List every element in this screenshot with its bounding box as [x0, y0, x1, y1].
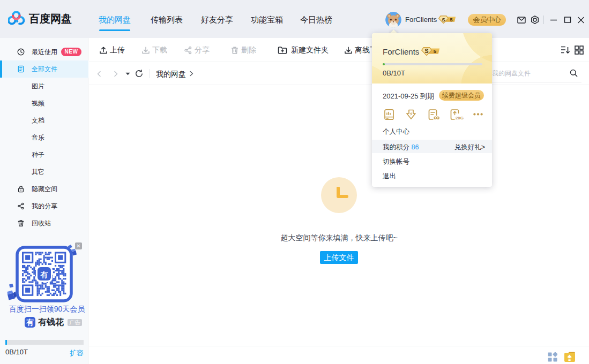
- svg-text:S: S: [442, 17, 445, 22]
- svg-text:有: 有: [40, 270, 48, 279]
- svg-text:5: 5: [450, 17, 453, 22]
- svg-text:20G: 20G: [456, 116, 464, 120]
- svg-text:5: 5: [434, 48, 437, 54]
- svg-text:S: S: [424, 48, 428, 54]
